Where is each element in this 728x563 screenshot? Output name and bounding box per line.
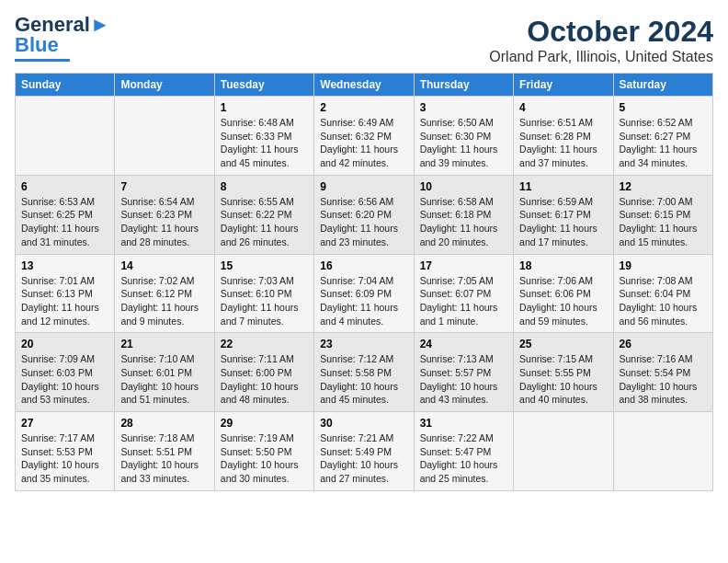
day-number: 9 (320, 180, 407, 193)
calendar-cell: 21Sunrise: 7:10 AM Sunset: 6:01 PM Dayli… (115, 333, 214, 412)
calendar-cell: 30Sunrise: 7:21 AM Sunset: 5:49 PM Dayli… (314, 412, 414, 491)
day-info: Sunrise: 7:01 AM Sunset: 6:13 PM Dayligh… (21, 274, 108, 328)
day-number: 5 (620, 101, 707, 114)
calendar-week-row: 27Sunrise: 7:17 AM Sunset: 5:53 PM Dayli… (16, 412, 713, 491)
logo: General► Blue (15, 15, 110, 62)
day-number: 4 (519, 101, 607, 114)
day-number: 7 (120, 180, 208, 193)
day-info: Sunrise: 6:58 AM Sunset: 6:18 PM Dayligh… (420, 195, 507, 249)
day-info: Sunrise: 6:51 AM Sunset: 6:28 PM Dayligh… (519, 116, 607, 170)
calendar-cell: 5Sunrise: 6:52 AM Sunset: 6:27 PM Daylig… (613, 97, 712, 176)
calendar-cell: 24Sunrise: 7:13 AM Sunset: 5:57 PM Dayli… (414, 333, 513, 412)
day-number: 30 (320, 417, 407, 430)
header-tuesday: Tuesday (214, 74, 313, 97)
calendar-cell: 9Sunrise: 6:56 AM Sunset: 6:20 PM Daylig… (314, 175, 414, 254)
header-friday: Friday (514, 74, 613, 97)
calendar-cell: 2Sunrise: 6:49 AM Sunset: 6:32 PM Daylig… (314, 97, 414, 176)
calendar-cell: 17Sunrise: 7:05 AM Sunset: 6:07 PM Dayli… (414, 254, 513, 333)
day-number: 11 (519, 180, 607, 193)
day-number: 27 (21, 417, 108, 430)
day-number: 19 (620, 259, 707, 272)
day-number: 22 (221, 338, 308, 350)
day-info: Sunrise: 6:55 AM Sunset: 6:22 PM Dayligh… (221, 195, 308, 249)
calendar-cell (115, 97, 214, 176)
calendar-cell: 15Sunrise: 7:03 AM Sunset: 6:10 PM Dayli… (214, 254, 313, 333)
day-number: 21 (120, 338, 208, 350)
calendar-cell: 26Sunrise: 7:16 AM Sunset: 5:54 PM Dayli… (613, 333, 712, 412)
day-info: Sunrise: 7:12 AM Sunset: 5:58 PM Dayligh… (320, 352, 407, 407)
calendar-week-row: 1Sunrise: 6:48 AM Sunset: 6:33 PM Daylig… (16, 97, 713, 176)
day-number: 1 (221, 101, 308, 114)
calendar-cell: 8Sunrise: 6:55 AM Sunset: 6:22 PM Daylig… (214, 175, 313, 254)
day-number: 15 (221, 259, 308, 272)
calendar-cell: 4Sunrise: 6:51 AM Sunset: 6:28 PM Daylig… (514, 97, 613, 176)
calendar-cell: 1Sunrise: 6:48 AM Sunset: 6:33 PM Daylig… (214, 97, 313, 176)
header-monday: Monday (115, 74, 214, 97)
day-info: Sunrise: 7:18 AM Sunset: 5:51 PM Dayligh… (120, 431, 208, 486)
day-number: 3 (420, 101, 507, 114)
day-number: 29 (221, 417, 308, 430)
day-info: Sunrise: 7:17 AM Sunset: 5:53 PM Dayligh… (21, 431, 108, 486)
day-info: Sunrise: 7:06 AM Sunset: 6:06 PM Dayligh… (519, 274, 607, 328)
month-title: October 2024 (489, 15, 713, 49)
day-number: 28 (120, 417, 208, 430)
day-info: Sunrise: 7:03 AM Sunset: 6:10 PM Dayligh… (221, 274, 308, 328)
calendar-cell: 23Sunrise: 7:12 AM Sunset: 5:58 PM Dayli… (314, 333, 414, 412)
day-info: Sunrise: 7:10 AM Sunset: 6:01 PM Dayligh… (120, 352, 208, 407)
day-info: Sunrise: 7:08 AM Sunset: 6:04 PM Dayligh… (620, 274, 707, 328)
calendar-cell: 22Sunrise: 7:11 AM Sunset: 6:00 PM Dayli… (214, 333, 313, 412)
day-info: Sunrise: 7:22 AM Sunset: 5:47 PM Dayligh… (420, 431, 507, 486)
calendar-cell: 16Sunrise: 7:04 AM Sunset: 6:09 PM Dayli… (314, 254, 414, 333)
day-info: Sunrise: 7:21 AM Sunset: 5:49 PM Dayligh… (320, 431, 407, 486)
day-info: Sunrise: 6:50 AM Sunset: 6:30 PM Dayligh… (420, 116, 507, 170)
calendar-week-row: 6Sunrise: 6:53 AM Sunset: 6:25 PM Daylig… (16, 175, 713, 254)
day-info: Sunrise: 7:00 AM Sunset: 6:15 PM Dayligh… (620, 195, 707, 249)
day-number: 10 (420, 180, 507, 193)
day-info: Sunrise: 7:11 AM Sunset: 6:00 PM Dayligh… (221, 352, 308, 407)
calendar-header-row: SundayMondayTuesdayWednesdayThursdayFrid… (16, 74, 713, 97)
title-block: October 2024 Orland Park, Illinois, Unit… (489, 15, 713, 65)
calendar-cell: 20Sunrise: 7:09 AM Sunset: 6:03 PM Dayli… (16, 333, 115, 412)
calendar-cell: 27Sunrise: 7:17 AM Sunset: 5:53 PM Dayli… (16, 412, 115, 491)
day-number: 16 (320, 259, 407, 272)
day-info: Sunrise: 7:16 AM Sunset: 5:54 PM Dayligh… (620, 352, 707, 407)
calendar-cell: 7Sunrise: 6:54 AM Sunset: 6:23 PM Daylig… (115, 175, 214, 254)
logo-text: General► (15, 15, 110, 35)
calendar-cell: 10Sunrise: 6:58 AM Sunset: 6:18 PM Dayli… (414, 175, 513, 254)
day-info: Sunrise: 7:13 AM Sunset: 5:57 PM Dayligh… (420, 352, 507, 407)
day-info: Sunrise: 7:09 AM Sunset: 6:03 PM Dayligh… (21, 352, 108, 407)
day-number: 26 (620, 338, 707, 350)
day-number: 17 (420, 259, 507, 272)
day-info: Sunrise: 6:54 AM Sunset: 6:23 PM Dayligh… (120, 195, 208, 249)
day-number: 13 (21, 259, 108, 272)
calendar-cell: 18Sunrise: 7:06 AM Sunset: 6:06 PM Dayli… (514, 254, 613, 333)
calendar-week-row: 13Sunrise: 7:01 AM Sunset: 6:13 PM Dayli… (16, 254, 713, 333)
day-info: Sunrise: 7:15 AM Sunset: 5:55 PM Dayligh… (519, 352, 607, 407)
calendar-cell: 3Sunrise: 6:50 AM Sunset: 6:30 PM Daylig… (414, 97, 513, 176)
day-number: 31 (420, 417, 507, 430)
header-thursday: Thursday (414, 74, 513, 97)
day-info: Sunrise: 6:59 AM Sunset: 6:17 PM Dayligh… (519, 195, 607, 249)
calendar-cell: 25Sunrise: 7:15 AM Sunset: 5:55 PM Dayli… (514, 333, 613, 412)
day-info: Sunrise: 7:02 AM Sunset: 6:12 PM Dayligh… (120, 274, 208, 328)
calendar-cell: 6Sunrise: 6:53 AM Sunset: 6:25 PM Daylig… (16, 175, 115, 254)
day-info: Sunrise: 7:04 AM Sunset: 6:09 PM Dayligh… (320, 274, 407, 328)
calendar-cell: 19Sunrise: 7:08 AM Sunset: 6:04 PM Dayli… (613, 254, 712, 333)
calendar-cell: 12Sunrise: 7:00 AM Sunset: 6:15 PM Dayli… (613, 175, 712, 254)
calendar-table: SundayMondayTuesdayWednesdayThursdayFrid… (15, 73, 713, 491)
header-saturday: Saturday (613, 74, 712, 97)
location-subtitle: Orland Park, Illinois, United States (489, 49, 713, 65)
day-info: Sunrise: 7:19 AM Sunset: 5:50 PM Dayligh… (221, 431, 308, 486)
day-number: 2 (320, 101, 407, 114)
day-number: 8 (221, 180, 308, 193)
day-number: 18 (519, 259, 607, 272)
logo-blue: Blue (15, 33, 59, 57)
day-info: Sunrise: 7:05 AM Sunset: 6:07 PM Dayligh… (420, 274, 507, 328)
calendar-week-row: 20Sunrise: 7:09 AM Sunset: 6:03 PM Dayli… (16, 333, 713, 412)
calendar-cell (613, 412, 712, 491)
header-sunday: Sunday (16, 74, 115, 97)
calendar-cell (16, 97, 115, 176)
day-number: 12 (620, 180, 707, 193)
header-wednesday: Wednesday (314, 74, 414, 97)
calendar-cell: 28Sunrise: 7:18 AM Sunset: 5:51 PM Dayli… (115, 412, 214, 491)
